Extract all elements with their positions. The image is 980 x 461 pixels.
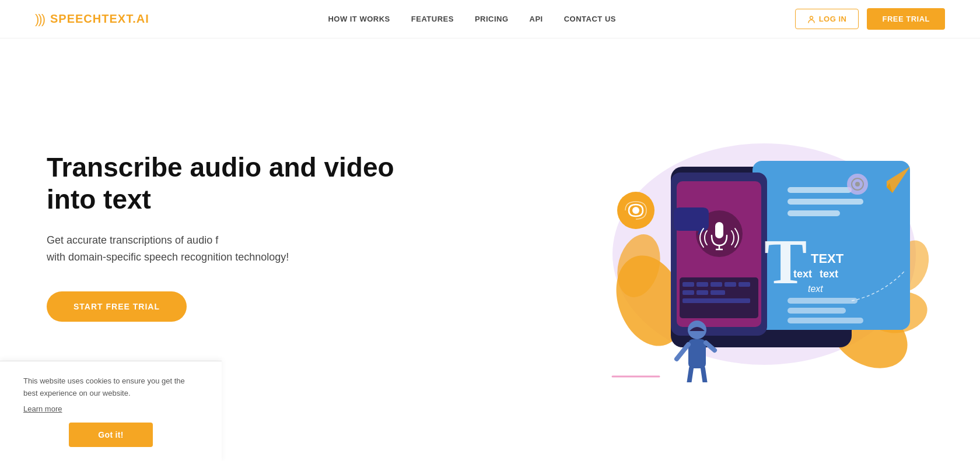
svg-rect-15 (724, 282, 736, 287)
nav-pricing[interactable]: PRICING (475, 15, 509, 23)
svg-point-0 (810, 16, 813, 19)
svg-text:text: text (793, 268, 812, 280)
hero-subtitle: Get accurate transcriptions of audio f w… (47, 232, 397, 266)
svg-rect-20 (682, 298, 750, 303)
svg-text:TEXT: TEXT (811, 251, 844, 266)
hero-illustration: T TEXT text text text (595, 91, 933, 382)
hero-title: Transcribe audio and video into text (47, 152, 397, 216)
svg-text:text: text (820, 268, 838, 280)
svg-rect-13 (696, 282, 708, 287)
hero-illustration-container: T TEXT text text text (595, 91, 933, 382)
svg-rect-22 (715, 222, 723, 238)
svg-point-37 (632, 207, 639, 214)
login-button[interactable]: LOG IN (795, 9, 859, 29)
svg-text:text: text (808, 284, 823, 294)
nav-links: HOW IT WORKS FEATURES PRICING API CONTAC… (328, 15, 616, 23)
svg-rect-16 (738, 282, 750, 287)
cookie-learn-more-link[interactable]: Learn more (23, 404, 62, 413)
cookie-banner: This website uses cookies to ensure you … (0, 361, 222, 461)
logo[interactable]: ))) SPEECHTEXT.AI (35, 12, 149, 27)
cookie-message: This website uses cookies to ensure you … (23, 375, 198, 400)
svg-rect-14 (710, 282, 722, 287)
hero-content: Transcribe audio and video into text Get… (47, 152, 397, 322)
user-icon (807, 15, 816, 23)
svg-line-46 (703, 368, 706, 382)
nav-features[interactable]: FEATURES (411, 15, 454, 23)
svg-rect-25 (788, 187, 852, 193)
svg-rect-29 (788, 308, 846, 314)
nav-api[interactable]: API (530, 15, 543, 23)
start-free-trial-button[interactable]: START FREE TRIAL (47, 291, 187, 322)
nav-actions: LOG IN FREE TRIAL (795, 8, 945, 30)
svg-rect-28 (788, 298, 858, 304)
svg-rect-42 (688, 339, 706, 368)
svg-rect-26 (788, 199, 863, 205)
svg-rect-12 (682, 282, 694, 287)
logo-icon: ))) (35, 12, 44, 27)
got-it-button[interactable]: Got it! (69, 423, 152, 447)
svg-rect-19 (710, 290, 725, 295)
svg-text:T: T (764, 226, 807, 297)
svg-line-45 (688, 368, 691, 382)
svg-rect-27 (788, 210, 840, 216)
svg-rect-17 (682, 290, 694, 295)
navbar: ))) SPEECHTEXT.AI HOW IT WORKS FEATURES … (0, 0, 980, 38)
svg-rect-30 (788, 318, 863, 323)
logo-text: SPEECHTEXT.AI (50, 12, 149, 26)
nav-contact-us[interactable]: CONTACT US (564, 15, 616, 23)
nav-how-it-works[interactable]: HOW IT WORKS (328, 15, 390, 23)
free-trial-button[interactable]: FREE TRIAL (867, 8, 945, 30)
svg-point-40 (855, 182, 860, 186)
svg-rect-18 (696, 290, 708, 295)
